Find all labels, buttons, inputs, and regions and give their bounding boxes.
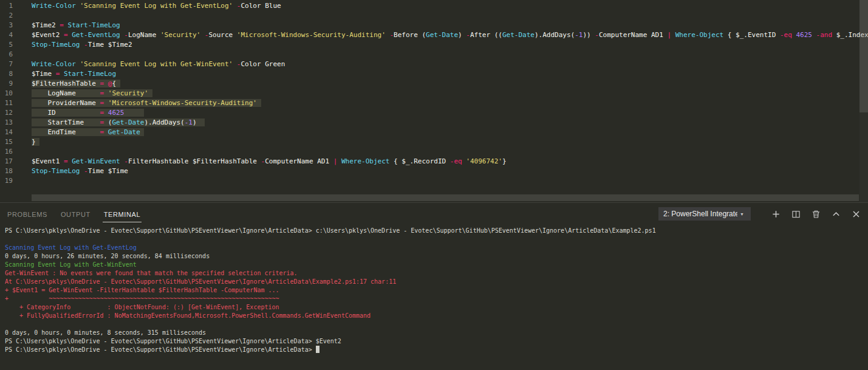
horizontal-scrollbar-thumb[interactable] bbox=[32, 194, 859, 201]
code-line[interactable]: 12 ID = 4625 bbox=[0, 108, 868, 118]
code-line-content: $Time2 = Start-TimeLog bbox=[32, 21, 120, 30]
terminal-line: At C:\Users\pklys\OneDrive - Evotec\Supp… bbox=[5, 278, 868, 286]
terminal-cursor bbox=[316, 346, 320, 353]
terminal-line: + ~~~~~~~~~~~~~~~~~~~~~~~~~~~~~~~~~~~~~~… bbox=[5, 295, 868, 303]
code-line-content: $Event2 = Get-EventLog -LogName 'Securit… bbox=[32, 30, 868, 40]
terminal-line: Scanning Event Log with Get-WinEvent bbox=[5, 261, 868, 269]
line-number: 2 bbox=[0, 11, 13, 21]
terminal-selector[interactable]: 2: PowerShell Integrated ▼ bbox=[658, 207, 751, 221]
code-line-content: Stop-TimeLog -Time $Time2 bbox=[32, 40, 132, 50]
code-line[interactable]: 2 bbox=[0, 11, 868, 21]
line-number: 12 bbox=[0, 108, 13, 118]
line-number: 14 bbox=[0, 128, 13, 137]
code-line[interactable]: 16 bbox=[0, 147, 868, 157]
line-number: 11 bbox=[0, 98, 13, 108]
trash-icon bbox=[812, 210, 821, 219]
close-icon bbox=[852, 210, 861, 219]
bottom-panel: PROBLEMS OUTPUT TERMINAL 2: PowerShell I… bbox=[0, 202, 868, 370]
kill-terminal-button[interactable] bbox=[811, 209, 821, 219]
code-line[interactable]: 9$FilterHashTable = @{ bbox=[0, 79, 868, 89]
line-number: 6 bbox=[0, 50, 13, 60]
code-line-content: StartTime = (Get-Date).AddDays(-1) bbox=[32, 118, 205, 128]
split-icon bbox=[791, 210, 801, 219]
line-number: 4 bbox=[0, 30, 13, 40]
code-line[interactable]: 14 EndTime = Get-Date bbox=[0, 128, 868, 137]
code-line[interactable]: 8$Time = Start-TimeLog bbox=[0, 69, 868, 79]
plus-icon bbox=[771, 210, 781, 219]
line-number: 19 bbox=[0, 176, 13, 186]
line-number: 10 bbox=[0, 89, 13, 98]
code-line-content: $Event1 = Get-WinEvent -FilterHashtable … bbox=[32, 157, 507, 166]
terminal-line: PS C:\Users\pklys\OneDrive - Evotec\Supp… bbox=[5, 337, 868, 346]
line-number: 15 bbox=[0, 137, 13, 147]
line-number: 7 bbox=[0, 60, 13, 69]
terminal-line: + $Event1 = Get-WinEvent -FilterHashtabl… bbox=[5, 286, 868, 295]
panel-actions: 2: PowerShell Integrated ▼ bbox=[658, 207, 861, 221]
tab-problems[interactable]: PROBLEMS bbox=[6, 205, 49, 222]
code-line[interactable]: 13 StartTime = (Get-Date).AddDays(-1) bbox=[0, 118, 868, 128]
editor-vertical-scrollbar[interactable] bbox=[859, 0, 868, 202]
vertical-scrollbar-thumb[interactable] bbox=[859, 0, 868, 112]
terminal-line: PS C:\Users\pklys\OneDrive - Evotec\Supp… bbox=[5, 227, 868, 235]
code-line[interactable]: 5Stop-TimeLog -Time $Time2 bbox=[0, 40, 868, 50]
chevron-up-icon bbox=[832, 210, 841, 219]
code-line[interactable]: 3$Time2 = Start-TimeLog bbox=[0, 21, 868, 30]
code-line[interactable]: 18Stop-TimeLog -Time $Time bbox=[0, 166, 868, 176]
line-number: 17 bbox=[0, 157, 13, 166]
code-line[interactable]: 7Write-Color 'Scanning Event Log with Ge… bbox=[0, 60, 868, 69]
terminal-selector-value: 2: PowerShell Integrated bbox=[663, 210, 737, 218]
terminal-line: 0 days, 0 hours, 26 minutes, 20 seconds,… bbox=[5, 252, 868, 261]
terminal-line: Scanning Event Log with Get-EventLog bbox=[5, 244, 868, 252]
tab-terminal[interactable]: TERMINAL bbox=[103, 205, 142, 222]
editor-horizontal-scrollbar[interactable] bbox=[0, 194, 859, 201]
panel-tabs: PROBLEMS OUTPUT TERMINAL bbox=[6, 205, 142, 222]
code-line[interactable]: 10 LogName = 'Security' bbox=[0, 89, 868, 98]
terminal-output[interactable]: PS C:\Users\pklys\OneDrive - Evotec\Supp… bbox=[0, 225, 868, 354]
line-number: 5 bbox=[0, 40, 13, 50]
code-line-content: ID = 4625 bbox=[32, 108, 144, 118]
code-line-content: LogName = 'Security' bbox=[32, 89, 152, 98]
terminal-line: Get-WinEvent : No events were found that… bbox=[5, 269, 868, 278]
chevron-down-icon: ▼ bbox=[740, 212, 744, 216]
code-line-content: Write-Color 'Scanning Event Log with Get… bbox=[32, 60, 285, 69]
terminal-line: + FullyQualifiedErrorId : NoMatchingEven… bbox=[5, 312, 868, 320]
terminal-line bbox=[5, 235, 868, 244]
line-number: 3 bbox=[0, 21, 13, 30]
code-line-content: Write-Color 'Scanning Event Log with Get… bbox=[32, 1, 281, 11]
close-panel-button[interactable] bbox=[851, 209, 861, 219]
terminal-line bbox=[5, 320, 868, 329]
code-lines: 1Write-Color 'Scanning Event Log with Ge… bbox=[0, 0, 868, 186]
line-number: 16 bbox=[0, 147, 13, 157]
code-line[interactable]: 6 bbox=[0, 50, 868, 60]
code-line[interactable]: 11 ProviderName = 'Microsoft-Windows-Sec… bbox=[0, 98, 868, 108]
panel-header: PROBLEMS OUTPUT TERMINAL 2: PowerShell I… bbox=[0, 203, 868, 225]
line-number: 13 bbox=[0, 118, 13, 128]
code-line-content: EndTime = Get-Date bbox=[32, 128, 144, 137]
code-line-content: ProviderName = 'Microsoft-Windows-Securi… bbox=[32, 98, 261, 108]
line-number: 1 bbox=[0, 1, 13, 11]
new-terminal-button[interactable] bbox=[771, 209, 781, 219]
line-number: 9 bbox=[0, 79, 13, 89]
code-editor[interactable]: 1Write-Color 'Scanning Event Log with Ge… bbox=[0, 0, 868, 202]
code-line-content: $FilterHashTable = @{ bbox=[32, 79, 120, 89]
terminal-line: + CategoryInfo : ObjectNotFound: (:) [Ge… bbox=[5, 303, 868, 312]
split-terminal-button[interactable] bbox=[791, 209, 801, 219]
code-line[interactable]: 4$Event2 = Get-EventLog -LogName 'Securi… bbox=[0, 30, 868, 40]
code-line[interactable]: 15} bbox=[0, 137, 868, 147]
code-line-content: } bbox=[32, 137, 39, 147]
line-number: 8 bbox=[0, 69, 13, 79]
maximize-panel-button[interactable] bbox=[831, 209, 841, 219]
code-line-content: $Time = Start-TimeLog bbox=[32, 69, 116, 79]
code-line[interactable]: 17$Event1 = Get-WinEvent -FilterHashtabl… bbox=[0, 157, 868, 166]
code-line-content: Stop-TimeLog -Time $Time bbox=[32, 166, 128, 176]
code-line[interactable]: 1Write-Color 'Scanning Event Log with Ge… bbox=[0, 1, 868, 11]
code-line[interactable]: 19 bbox=[0, 176, 868, 186]
terminal-line: 0 days, 0 hours, 0 minutes, 8 seconds, 3… bbox=[5, 329, 868, 337]
line-number: 18 bbox=[0, 166, 13, 176]
tab-output[interactable]: OUTPUT bbox=[60, 205, 92, 222]
terminal-line: PS C:\Users\pklys\OneDrive - Evotec\Supp… bbox=[5, 346, 868, 354]
